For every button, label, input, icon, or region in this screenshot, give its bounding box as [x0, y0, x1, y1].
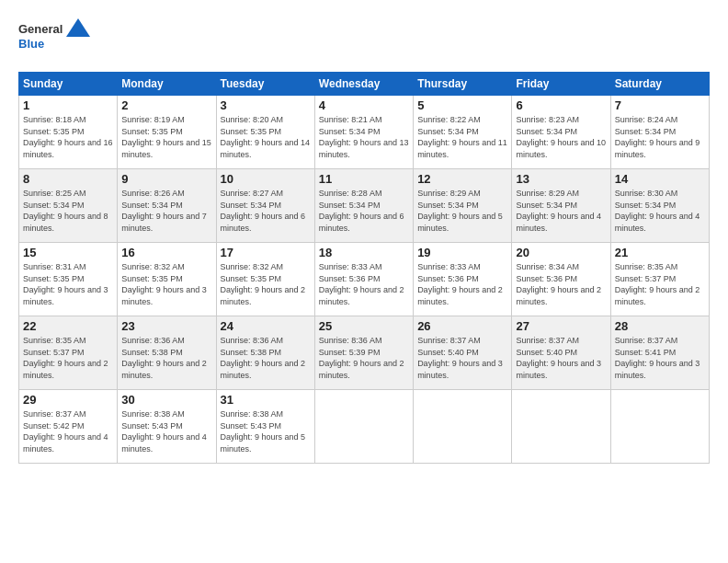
weekday-header: Thursday [414, 73, 512, 96]
day-info: Sunrise: 8:23 AM Sunset: 5:34 PM Dayligh… [516, 114, 606, 160]
day-info: Sunrise: 8:32 AM Sunset: 5:35 PM Dayligh… [121, 261, 211, 307]
calendar-day-cell: 9Sunrise: 8:26 AM Sunset: 5:34 PM Daylig… [118, 169, 216, 243]
calendar-day-cell: 29Sunrise: 8:37 AM Sunset: 5:42 PM Dayli… [19, 390, 118, 464]
calendar-day-cell: 30Sunrise: 8:38 AM Sunset: 5:43 PM Dayli… [118, 390, 216, 464]
weekday-header: Sunday [19, 73, 118, 96]
calendar-day-cell: 25Sunrise: 8:36 AM Sunset: 5:39 PM Dayli… [314, 316, 413, 390]
day-info: Sunrise: 8:37 AM Sunset: 5:42 PM Dayligh… [23, 408, 113, 454]
day-number: 21 [615, 246, 705, 259]
day-info: Sunrise: 8:29 AM Sunset: 5:34 PM Dayligh… [417, 188, 507, 234]
day-number: 25 [319, 319, 409, 333]
day-info: Sunrise: 8:38 AM Sunset: 5:43 PM Dayligh… [121, 408, 211, 454]
calendar-day-cell: 28Sunrise: 8:37 AM Sunset: 5:41 PM Dayli… [610, 316, 709, 390]
calendar-day-cell: 23Sunrise: 8:36 AM Sunset: 5:38 PM Dayli… [118, 316, 216, 390]
weekday-header: Saturday [610, 73, 709, 96]
weekday-header: Wednesday [314, 73, 413, 96]
day-number: 22 [23, 319, 113, 333]
calendar-day-cell: 18Sunrise: 8:33 AM Sunset: 5:36 PM Dayli… [314, 243, 413, 316]
calendar-day-cell: 12Sunrise: 8:29 AM Sunset: 5:34 PM Dayli… [414, 169, 512, 243]
calendar-day-cell: 11Sunrise: 8:28 AM Sunset: 5:34 PM Dayli… [314, 169, 413, 243]
weekday-header: Tuesday [216, 73, 314, 96]
day-number: 18 [319, 246, 409, 259]
calendar-week-row: 8Sunrise: 8:25 AM Sunset: 5:34 PM Daylig… [19, 169, 710, 243]
calendar-day-cell: 19Sunrise: 8:33 AM Sunset: 5:36 PM Dayli… [414, 243, 512, 316]
day-number: 27 [516, 319, 606, 333]
calendar-day-cell: 27Sunrise: 8:37 AM Sunset: 5:40 PM Dayli… [512, 316, 610, 390]
day-number: 15 [23, 246, 113, 259]
day-info: Sunrise: 8:33 AM Sunset: 5:36 PM Dayligh… [319, 261, 409, 307]
day-number: 16 [121, 246, 211, 259]
day-info: Sunrise: 8:26 AM Sunset: 5:34 PM Dayligh… [121, 188, 211, 234]
day-info: Sunrise: 8:22 AM Sunset: 5:34 PM Dayligh… [417, 114, 507, 160]
day-info: Sunrise: 8:25 AM Sunset: 5:34 PM Dayligh… [23, 188, 113, 234]
day-number: 8 [23, 172, 113, 186]
day-info: Sunrise: 8:32 AM Sunset: 5:35 PM Dayligh… [221, 261, 311, 307]
day-info: Sunrise: 8:37 AM Sunset: 5:41 PM Dayligh… [615, 335, 705, 381]
day-info: Sunrise: 8:38 AM Sunset: 5:43 PM Dayligh… [221, 408, 311, 454]
day-number: 10 [221, 172, 311, 186]
day-info: Sunrise: 8:24 AM Sunset: 5:34 PM Dayligh… [615, 114, 705, 160]
calendar-day-cell: 31Sunrise: 8:38 AM Sunset: 5:43 PM Dayli… [216, 390, 314, 464]
day-number: 30 [121, 393, 211, 407]
calendar-day-cell: 1Sunrise: 8:18 AM Sunset: 5:35 PM Daylig… [19, 96, 118, 169]
calendar-day-cell [314, 390, 413, 464]
day-info: Sunrise: 8:20 AM Sunset: 5:35 PM Dayligh… [221, 114, 311, 160]
calendar-day-cell: 22Sunrise: 8:35 AM Sunset: 5:37 PM Dayli… [19, 316, 118, 390]
calendar-day-cell: 8Sunrise: 8:25 AM Sunset: 5:34 PM Daylig… [19, 169, 118, 243]
day-number: 6 [516, 98, 606, 112]
calendar-day-cell: 16Sunrise: 8:32 AM Sunset: 5:35 PM Dayli… [118, 243, 216, 316]
day-info: Sunrise: 8:27 AM Sunset: 5:34 PM Dayligh… [221, 188, 311, 234]
day-number: 28 [615, 319, 705, 333]
day-number: 17 [221, 246, 311, 259]
page-container: General Blue SundayMondayTuesdayWednesda… [0, 0, 728, 473]
logo-svg: General Blue [18, 17, 92, 63]
calendar-day-cell: 26Sunrise: 8:37 AM Sunset: 5:40 PM Dayli… [414, 316, 512, 390]
calendar-week-row: 15Sunrise: 8:31 AM Sunset: 5:35 PM Dayli… [19, 243, 710, 316]
calendar-day-cell: 10Sunrise: 8:27 AM Sunset: 5:34 PM Dayli… [216, 169, 314, 243]
calendar-day-cell: 5Sunrise: 8:22 AM Sunset: 5:34 PM Daylig… [414, 96, 512, 169]
calendar-day-cell: 20Sunrise: 8:34 AM Sunset: 5:36 PM Dayli… [512, 243, 610, 316]
weekday-header: Monday [118, 73, 216, 96]
calendar-day-cell: 24Sunrise: 8:36 AM Sunset: 5:38 PM Dayli… [216, 316, 314, 390]
day-number: 23 [121, 319, 211, 333]
calendar-table: SundayMondayTuesdayWednesdayThursdayFrid… [18, 72, 710, 464]
weekday-header: Friday [512, 73, 610, 96]
header: General Blue [18, 17, 710, 63]
calendar-day-cell: 21Sunrise: 8:35 AM Sunset: 5:37 PM Dayli… [610, 243, 709, 316]
day-number: 9 [121, 172, 211, 186]
svg-text:Blue: Blue [18, 37, 44, 51]
weekday-header-row: SundayMondayTuesdayWednesdayThursdayFrid… [19, 73, 710, 96]
calendar-day-cell: 17Sunrise: 8:32 AM Sunset: 5:35 PM Dayli… [216, 243, 314, 316]
day-number: 7 [615, 98, 705, 112]
day-number: 4 [319, 98, 409, 112]
day-number: 26 [417, 319, 507, 333]
day-number: 11 [319, 172, 409, 186]
calendar-week-row: 29Sunrise: 8:37 AM Sunset: 5:42 PM Dayli… [19, 390, 710, 464]
calendar-day-cell: 6Sunrise: 8:23 AM Sunset: 5:34 PM Daylig… [512, 96, 610, 169]
calendar-day-cell: 14Sunrise: 8:30 AM Sunset: 5:34 PM Dayli… [610, 169, 709, 243]
day-number: 1 [23, 98, 113, 112]
day-info: Sunrise: 8:19 AM Sunset: 5:35 PM Dayligh… [121, 114, 211, 160]
calendar-day-cell [414, 390, 512, 464]
calendar-day-cell: 3Sunrise: 8:20 AM Sunset: 5:35 PM Daylig… [216, 96, 314, 169]
day-info: Sunrise: 8:35 AM Sunset: 5:37 PM Dayligh… [23, 335, 113, 381]
day-info: Sunrise: 8:37 AM Sunset: 5:40 PM Dayligh… [516, 335, 606, 381]
day-info: Sunrise: 8:37 AM Sunset: 5:40 PM Dayligh… [417, 335, 507, 381]
day-info: Sunrise: 8:18 AM Sunset: 5:35 PM Dayligh… [23, 114, 113, 160]
day-info: Sunrise: 8:36 AM Sunset: 5:38 PM Dayligh… [221, 335, 311, 381]
day-number: 3 [221, 98, 311, 112]
calendar-day-cell [610, 390, 709, 464]
calendar-day-cell [512, 390, 610, 464]
day-info: Sunrise: 8:34 AM Sunset: 5:36 PM Dayligh… [516, 261, 606, 307]
calendar-day-cell: 13Sunrise: 8:29 AM Sunset: 5:34 PM Dayli… [512, 169, 610, 243]
day-number: 29 [23, 393, 113, 407]
day-info: Sunrise: 8:29 AM Sunset: 5:34 PM Dayligh… [516, 188, 606, 234]
day-number: 19 [417, 246, 507, 259]
day-number: 24 [221, 319, 311, 333]
day-number: 14 [615, 172, 705, 186]
day-info: Sunrise: 8:28 AM Sunset: 5:34 PM Dayligh… [319, 188, 409, 234]
svg-text:General: General [18, 22, 63, 36]
day-info: Sunrise: 8:36 AM Sunset: 5:38 PM Dayligh… [121, 335, 211, 381]
day-number: 13 [516, 172, 606, 186]
day-info: Sunrise: 8:31 AM Sunset: 5:35 PM Dayligh… [23, 261, 113, 307]
